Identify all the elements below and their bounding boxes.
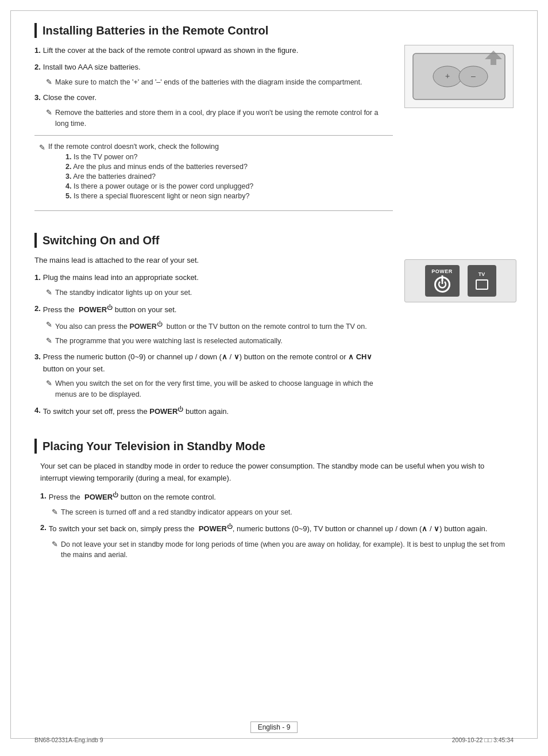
sw-note-icon-3: ✎: [46, 379, 52, 387]
svg-text:+: +: [445, 71, 450, 80]
sw-text-4: To switch your set off, press the POWER⏻…: [43, 405, 229, 418]
standby-step-1: 1. Press the POWER⏻ button on the remote…: [40, 490, 514, 518]
page: Installing Batteries in the Remote Contr…: [0, 0, 548, 756]
switching-step-3: 3. Press the numeric button (0~9) or cha…: [34, 351, 393, 400]
sw-note-2a: ✎ You also can press the POWER⏻ button o…: [46, 320, 393, 332]
sw-note-3-text: When you switch the set on for the very …: [55, 378, 393, 400]
batteries-step-1: 1. Lift the cover at the back of the rem…: [34, 45, 393, 57]
note-icon-1: ✎: [46, 78, 52, 86]
sw-note-icon-1: ✎: [46, 288, 52, 297]
footer-left-text: BN68-02331A-Eng.indb 9: [34, 736, 103, 743]
switching-step-4: 4. To switch your set off, press the POW…: [34, 405, 393, 418]
sb-note-icon-1: ✎: [52, 508, 58, 516]
troubleshoot-item-2: 2. Are the plus and minus ends of the ba…: [65, 163, 253, 171]
tv-button-graphic: TV: [468, 265, 496, 297]
t-text-5: Is there a special fluorescent light or …: [74, 192, 249, 200]
batteries-step-2: 2. Install two AAA size batteries. ✎ Mak…: [34, 62, 393, 88]
sw-num-4: 4.: [34, 405, 41, 418]
t-num-5: 5.: [65, 192, 71, 200]
sb-note-1-text: The screen is turned off and a red stand…: [61, 507, 292, 518]
batteries-steps-list: 1. Lift the cover at the back of the rem…: [34, 45, 393, 129]
battery-image: + –: [404, 45, 514, 108]
section-switching-title: Switching On and Off: [34, 233, 514, 248]
t-text-1: Is the TV power on?: [74, 153, 138, 161]
troubleshoot-item-5: 5. Is there a special fluorescent light …: [65, 192, 253, 200]
section-batteries-title: Installing Batteries in the Remote Contr…: [34, 23, 514, 38]
sw-note-1: ✎ The standby indicator lights up on you…: [46, 287, 393, 298]
batteries-note-step2: ✎ Make sure to match the '+' and '–' end…: [46, 77, 393, 88]
section-standby: Placing Your Television in Standby Mode …: [34, 439, 514, 561]
sb-text-2: To switch your set back on, simply press…: [49, 522, 488, 535]
step-text-3: Close the cover.: [43, 92, 97, 104]
power-button-graphic: POWER: [425, 265, 460, 297]
sb-note-1: ✎ The screen is turned off and a red sta…: [52, 507, 514, 518]
t-text-4: Is there a power outage or is the power …: [74, 182, 253, 190]
power-symbol-svg: [438, 280, 447, 289]
step-num-2: 2.: [34, 62, 41, 74]
footer-right-text: 2009-10-22 □□ 3:45:34: [452, 736, 514, 743]
t-num-2: 2.: [65, 163, 71, 171]
t-num-1: 1.: [65, 153, 71, 161]
batteries-note-step3: ✎ Remove the batteries and store them in…: [46, 108, 393, 129]
switching-steps-list: 1. Plug the mains lead into an appropria…: [34, 272, 393, 418]
sw-num-3: 3.: [34, 351, 41, 375]
sb-note-2: ✎ Do not leave your set in standby mode …: [52, 539, 514, 561]
step-text-2: Install two AAA size batteries.: [43, 62, 141, 74]
sw-note-icon-2b: ✎: [46, 336, 52, 345]
footer-page-label: English - 9: [250, 722, 298, 733]
section-switching-text: The mains lead is attached to the rear o…: [34, 255, 393, 423]
standby-step-2: 2. To switch your set back on, simply pr…: [40, 522, 514, 561]
note-icon-2: ✎: [46, 108, 52, 117]
t-num-3: 3.: [65, 172, 71, 181]
note-icon-3: ✎: [39, 143, 45, 152]
troubleshoot-list: 1. Is the TV power on? 2. Are the plus a…: [48, 153, 253, 200]
standby-intro: Your set can be placed in standby mode i…: [40, 460, 514, 485]
sw-note-icon-2a: ✎: [46, 320, 52, 329]
sw-note-1-text: The standby indicator lights up on your …: [55, 287, 192, 298]
troubleshoot-item-4: 4. Is there a power outage or is the pow…: [65, 182, 253, 190]
standby-steps-list: 1. Press the POWER⏻ button on the remote…: [40, 490, 514, 561]
battery-svg: + –: [407, 48, 511, 105]
batteries-troubleshoot-block: ✎ If the remote control doesn't work, ch…: [34, 135, 393, 211]
svg-text:–: –: [471, 71, 476, 80]
sb-num-1: 1.: [40, 490, 47, 504]
tv-btn-square-icon: [476, 279, 488, 290]
battery-image-container: + –: [404, 45, 514, 108]
t-text-2: Are the plus and minus ends of the batte…: [73, 163, 248, 171]
section-batteries: Installing Batteries in the Remote Contr…: [34, 23, 514, 217]
sb-note-icon-2: ✎: [52, 540, 58, 548]
troubleshoot-item-3: 3. Are the batteries drained?: [65, 172, 253, 181]
footer: English - 9: [0, 722, 548, 733]
batteries-step-3: 3. Close the cover. ✎ Remove the batteri…: [34, 92, 393, 129]
sw-note-3: ✎ When you switch the set on for the ver…: [46, 378, 393, 400]
section-switching: Switching On and Off The mains lead is a…: [34, 233, 514, 423]
sw-note-2a-text: You also can press the POWER⏻ button or …: [55, 320, 367, 332]
section-standby-content: Your set can be placed in standby mode i…: [34, 460, 514, 561]
sb-text-1: Press the POWER⏻ button on the remote co…: [49, 490, 216, 504]
footer-bottom: BN68-02331A-Eng.indb 9 2009-10-22 □□ 3:4…: [34, 736, 514, 743]
step-num-1: 1.: [34, 45, 41, 57]
sw-note-2b: ✎ The programme that you were watching l…: [46, 336, 393, 347]
sw-num-1: 1.: [34, 272, 41, 284]
batteries-note-step3-text: Remove the batteries and store them in a…: [55, 108, 393, 129]
switching-step-1: 1. Plug the mains lead into an appropria…: [34, 272, 393, 298]
switching-step-2: 2. Press the POWER⏻ button on your set. …: [34, 303, 393, 347]
t-text-3: Are the batteries drained?: [73, 172, 156, 181]
sw-num-2: 2.: [34, 303, 41, 316]
sb-num-2: 2.: [40, 522, 47, 535]
power-image: POWER TV: [404, 259, 516, 302]
power-btn-label: POWER: [431, 268, 453, 274]
sw-text-2: Press the POWER⏻ button on your set.: [43, 303, 177, 316]
power-btn-icon: [434, 277, 450, 293]
troubleshoot-intro-text: If the remote control doesn't work, chec…: [48, 143, 219, 151]
sw-note-2b-text: The programme that you were watching las…: [55, 336, 283, 347]
step-num-3: 3.: [34, 92, 41, 104]
troubleshoot-intro-note: ✎ If the remote control doesn't work, ch…: [39, 143, 393, 202]
sw-text-3: Press the numeric button (0~9) or channe…: [43, 351, 393, 375]
t-num-4: 4.: [65, 182, 71, 190]
sb-note-2-text: Do not leave your set in standby mode fo…: [61, 539, 514, 561]
batteries-note-step2-text: Make sure to match the '+' and '–' ends …: [55, 77, 362, 88]
switching-intro: The mains lead is attached to the rear o…: [34, 255, 393, 267]
section-batteries-text: 1. Lift the cover at the back of the rem…: [34, 45, 393, 217]
sw-text-1: Plug the mains lead into an appropriate …: [43, 272, 199, 284]
